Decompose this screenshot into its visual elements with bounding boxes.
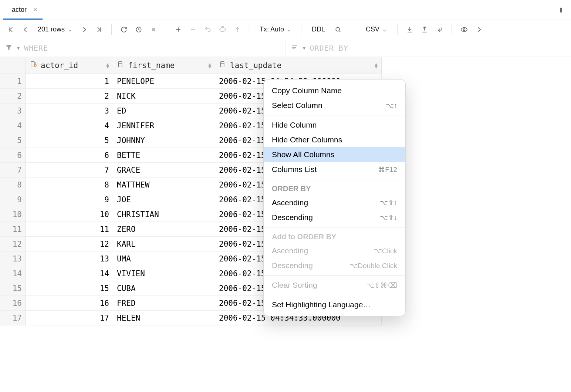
cell-first-name[interactable]: JOHNNY (113, 133, 215, 148)
row-number[interactable]: 17 (0, 311, 26, 325)
history-button[interactable] (133, 24, 144, 35)
cell-actor-id[interactable]: 9 (26, 192, 113, 207)
add-row-button[interactable] (173, 24, 184, 35)
cell-actor-id[interactable]: 1 (26, 74, 113, 89)
export-button[interactable] (404, 24, 415, 35)
row-number[interactable]: 10 (0, 207, 26, 222)
last-page-button[interactable] (94, 24, 105, 35)
cell-actor-id[interactable]: 15 (26, 281, 113, 296)
row-number[interactable]: 6 (0, 148, 26, 163)
menu-item[interactable]: Hide Column (264, 118, 405, 132)
cell-actor-id[interactable]: 7 (26, 163, 113, 178)
menu-section-header: ORDER BY (264, 182, 405, 195)
cell-actor-id[interactable]: 2 (26, 89, 113, 104)
preview-changes-button[interactable] (217, 24, 228, 35)
menu-item[interactable]: Set Highlighting Language… (264, 297, 405, 312)
cell-actor-id[interactable]: 10 (26, 207, 113, 222)
row-number[interactable]: 12 (0, 237, 26, 251)
cell-actor-id[interactable]: 14 (26, 266, 113, 281)
ddl-button[interactable]: DDL (308, 26, 329, 33)
cell-first-name[interactable]: HELEN (113, 311, 215, 325)
menu-item-label: Hide Other Columns (272, 135, 342, 144)
cell-first-name[interactable]: GRACE (113, 163, 215, 178)
row-number[interactable]: 2 (0, 89, 26, 104)
tx-mode-dropdown[interactable]: Tx: Auto ⌄ (257, 26, 294, 33)
cell-first-name[interactable]: CUBA (113, 281, 215, 296)
menu-item[interactable]: Descending⌥⇧↓ (264, 210, 405, 225)
next-page-button[interactable] (79, 24, 90, 35)
reload-button[interactable] (118, 24, 129, 35)
column-header-actor-id[interactable]: actor_id ▲▼ (26, 57, 113, 74)
first-page-button[interactable] (5, 24, 16, 35)
menu-item[interactable]: Ascending⌥⇧↑ (264, 195, 405, 210)
row-number[interactable]: 11 (0, 222, 26, 237)
column-header-last-update[interactable]: last_update ▲▼ (215, 57, 382, 74)
where-filter[interactable]: ▾ WHERE (0, 39, 286, 57)
rownum-header[interactable] (0, 57, 26, 74)
remove-row-button[interactable] (187, 24, 199, 35)
cell-first-name[interactable]: JENNIFER (113, 118, 215, 133)
cell-first-name[interactable]: UMA (113, 251, 215, 266)
cell-first-name[interactable]: MATTHEW (113, 178, 215, 192)
revert-button[interactable] (202, 24, 213, 35)
stop-button[interactable] (148, 24, 159, 35)
search-button[interactable] (332, 24, 344, 35)
view-mode-button[interactable] (459, 24, 470, 35)
menu-item[interactable]: Copy Column Name (264, 83, 405, 98)
menu-item[interactable]: Columns List⌘F12 (264, 162, 405, 177)
cell-actor-id[interactable]: 16 (26, 296, 113, 311)
svg-rect-24 (119, 62, 122, 67)
cell-first-name[interactable]: VIVIEN (113, 266, 215, 281)
tab-options-button[interactable]: ••• (553, 8, 568, 12)
row-number[interactable]: 9 (0, 192, 26, 207)
cell-actor-id[interactable]: 4 (26, 118, 113, 133)
cell-actor-id[interactable]: 3 (26, 104, 113, 118)
more-button[interactable] (473, 24, 484, 35)
row-number[interactable]: 1 (0, 74, 26, 89)
cell-first-name[interactable]: ZERO (113, 222, 215, 237)
row-number[interactable]: 5 (0, 133, 26, 148)
row-number[interactable]: 4 (0, 118, 26, 133)
svg-point-21 (34, 64, 37, 67)
row-number[interactable]: 16 (0, 296, 26, 311)
tab-strip: actor × ••• (0, 0, 571, 20)
chevron-down-icon: ⌄ (382, 27, 387, 33)
cell-first-name[interactable]: BETTE (113, 148, 215, 163)
import-button[interactable] (419, 24, 430, 35)
row-number[interactable]: 7 (0, 163, 26, 178)
menu-item[interactable]: Show All Columns (264, 147, 405, 162)
orderby-filter[interactable]: ▾ ORDER BY (286, 39, 571, 57)
row-count-dropdown[interactable]: 201 rows ⌄ (35, 26, 75, 33)
menu-item[interactable]: Hide Other Columns (264, 132, 405, 147)
row-number[interactable]: 15 (0, 281, 26, 296)
menu-item[interactable]: Select Column⌥↑ (264, 98, 405, 113)
copy-to-button[interactable] (434, 24, 445, 35)
close-icon[interactable]: × (33, 6, 37, 14)
cell-actor-id[interactable]: 17 (26, 311, 113, 325)
row-number[interactable]: 8 (0, 178, 26, 192)
cell-first-name[interactable]: ED (113, 104, 215, 118)
keyboard-shortcut: ⌥↑ (386, 101, 398, 110)
submit-button[interactable] (232, 24, 243, 35)
cell-actor-id[interactable]: 11 (26, 222, 113, 237)
cell-actor-id[interactable]: 12 (26, 237, 113, 251)
cell-first-name[interactable]: NICK (113, 89, 215, 104)
cell-actor-id[interactable]: 8 (26, 178, 113, 192)
row-number[interactable]: 13 (0, 251, 26, 266)
row-number[interactable]: 3 (0, 104, 26, 118)
cell-first-name[interactable]: PENELOPE (113, 74, 215, 89)
sort-indicator-icon: ▲▼ (375, 63, 378, 68)
export-format-dropdown[interactable]: CSV ⌄ (362, 26, 391, 33)
cell-actor-id[interactable]: 5 (26, 133, 113, 148)
cell-first-name[interactable]: CHRISTIAN (113, 207, 215, 222)
column-header-first-name[interactable]: first_name ▲▼ (113, 57, 215, 74)
cell-first-name[interactable]: JOE (113, 192, 215, 207)
filter-bar: ▾ WHERE ▾ ORDER BY (0, 39, 571, 57)
cell-first-name[interactable]: KARL (113, 237, 215, 251)
row-number[interactable]: 14 (0, 266, 26, 281)
tab-actor[interactable]: actor × (3, 0, 43, 20)
cell-first-name[interactable]: FRED (113, 296, 215, 311)
cell-actor-id[interactable]: 13 (26, 251, 113, 266)
prev-page-button[interactable] (20, 24, 31, 35)
cell-actor-id[interactable]: 6 (26, 148, 113, 163)
